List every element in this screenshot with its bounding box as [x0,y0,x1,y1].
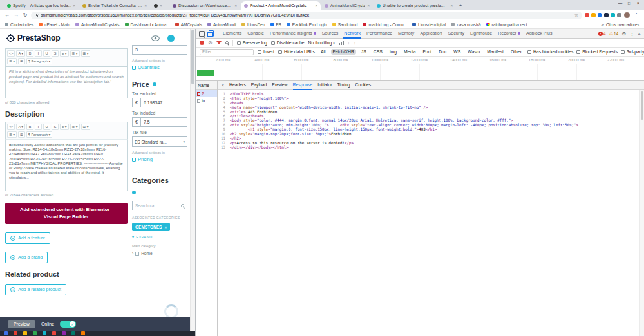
tab-close-icon[interactable]: × [144,4,147,8]
filter-pill[interactable]: Fetch/XHR [331,49,356,55]
devtools-close-icon[interactable]: × [638,31,641,37]
detail-tab-timing[interactable]: Timing [337,81,350,90]
devtools-tab-performance[interactable]: Performance [366,29,393,39]
editor-toolbar-button[interactable]: B [26,50,33,57]
elementor-banner-button[interactable]: Add extendend content with Elementor - V… [5,203,128,224]
request-row[interactable]: 2... [196,90,217,97]
browser-menu-icon[interactable]: ⋮ [634,12,639,18]
filter-checkbox[interactable]: 3rd-party requests [621,50,644,54]
error-badge[interactable]: ×4 [598,32,606,36]
tab-close-icon[interactable]: × [73,4,75,8]
taskbar-icon[interactable] [23,331,27,335]
editor-toolbar-button[interactable]: ⊞ ▾ [81,50,91,57]
taskbar-icon[interactable] [33,331,37,335]
filter-pill[interactable]: Font [421,49,434,55]
bookmark-item[interactable]: LionsDen [242,23,265,27]
bookmark-item[interactable]: Sandcloud [332,23,358,27]
omnibox[interactable]: animamundicrystals.com/stqgvsfspbe3580m/… [31,12,582,19]
bookmark-item[interactable]: AnimaMundiCrystals [75,23,120,27]
home-category-row[interactable]: › Home [132,251,187,256]
expand-categories-button[interactable]: ▾EXPAND [132,235,187,239]
bookmark-item[interactable]: Lionsdendigital [412,23,446,27]
filter-pill[interactable]: CSS [372,49,384,55]
editor-toolbar-button[interactable]: ≣ ▾ [7,58,17,64]
editor-toolbar-button[interactable]: ≡ ▾ [60,50,69,57]
tax-rule-select[interactable]: ES Standard ra... ▾ [132,136,187,147]
request-row[interactable]: lo... [196,97,217,104]
devtools-scrollbar[interactable] [639,90,644,336]
warning-badge[interactable]: ⚠14 [609,31,619,36]
page-scrollbar[interactable] [190,29,195,336]
close-detail-icon[interactable]: × [222,83,224,88]
add-brand-button[interactable]: +Add a brand [5,252,48,263]
editor-toolbar-button[interactable]: A ▾ [16,124,25,130]
editor-toolbar-button[interactable]: ≣ ▾ [70,124,80,130]
settings-gear-icon[interactable]: ⚙ [621,31,626,37]
detail-tab-response[interactable]: Response [293,81,313,90]
bookmark-item[interactable]: rainbow patina reci... [486,23,531,27]
filter-checkbox[interactable]: Blocked Requests [576,50,618,54]
bookmark-item[interactable]: Packlink Pro Login [287,23,327,27]
preview-button[interactable]: Preview [8,320,35,328]
scrollbar-thumb[interactable] [641,91,643,120]
maximize-button[interactable]: □ [625,1,634,5]
new-tab-button[interactable]: + [456,1,465,10]
tab-close-icon[interactable]: × [234,4,237,8]
detail-tab-preview[interactable]: Preview [272,81,287,90]
invert-checkbox[interactable]: Invert [258,50,274,54]
extension-icon[interactable] [591,13,596,17]
editor-toolbar-button[interactable]: ≡ ▾ [60,124,69,130]
reload-icon[interactable]: ↻ [22,12,28,18]
bookmark-item[interactable]: Ciudadodies [5,23,33,27]
filter-pill[interactable]: Doc [437,49,448,55]
taskbar-icon[interactable] [81,331,85,335]
browser-tab[interactable]: Spotify – Artistas que los toda...× [4,1,79,10]
windows-taskbar[interactable] [0,331,195,336]
filter-checkbox[interactable]: Has blocked cookies [527,50,573,54]
disable-cache-checkbox[interactable]: Disable cache [271,41,305,45]
forward-icon[interactable]: → [13,12,19,18]
prestashop-logo[interactable]: PrestaShop [6,33,61,42]
filter-pill[interactable]: Wasm [466,49,482,55]
browser-tab[interactable]: Enviar Ticket de Consulta -...× [79,1,150,10]
preview-eye-icon[interactable] [151,35,160,41]
browser-tab[interactable]: × [151,1,169,10]
devtools-tab-lighthouse[interactable]: Lighthouse [469,29,493,39]
bookmark-item[interactable]: madrid.org - Comu... [363,23,407,27]
extension-icon[interactable] [585,13,589,17]
taskbar-icon[interactable] [43,331,46,335]
throttling-select[interactable]: No throttling▾ [308,41,335,45]
browser-tab[interactable]: Unable to create product presta...× [374,1,456,10]
filter-pill[interactable]: Img [388,49,399,55]
network-filter-input[interactable]: Filter [200,49,254,55]
editor-toolbar-button[interactable]: <> [7,50,15,57]
home-checkbox[interactable] [135,252,139,256]
tab-close-icon[interactable]: × [160,4,162,8]
detail-tab-cookies[interactable]: Cookies [355,81,372,90]
tax-excluded-input[interactable]: € 6.198347 [132,98,187,107]
name-column-header[interactable]: Name [196,81,217,90]
bookmark-item[interactable]: AMCrystals [175,23,202,27]
price-help-icon[interactable] [153,82,156,86]
editor-toolbar-button[interactable]: I [35,50,42,57]
devtools-tab-network[interactable]: Network [343,29,361,39]
bookmark-item[interactable]: casa noastră [451,23,480,27]
quantity-input[interactable]: 3 [132,45,187,55]
extension-icon[interactable] [598,13,602,17]
devtools-tab-console[interactable]: Console [247,29,265,39]
editor-toolbar-button[interactable]: A ▾ [16,50,25,57]
devtools-tab-memory[interactable]: Memory [397,29,415,39]
filter-pill[interactable]: WS [451,49,462,55]
profile-avatar[interactable] [624,12,630,18]
quantities-link[interactable]: Quantities [132,64,187,70]
filter-pill[interactable]: Manifest [485,49,506,55]
editor-toolbar-button[interactable]: S [52,124,59,130]
online-toggle[interactable]: ✓ [60,321,76,328]
bookmark-item[interactable]: cPanel - Main [39,23,70,27]
editor-toolbar-button[interactable]: B [26,124,33,130]
devtools-tab-application[interactable]: Application [419,29,442,39]
taskbar-icon[interactable] [62,331,66,335]
other-bookmarks[interactable]: » Otros marcadores [601,23,639,27]
editor-toolbar-button[interactable]: ≣ ▾ [70,50,80,57]
taskbar-icon[interactable] [52,331,56,335]
